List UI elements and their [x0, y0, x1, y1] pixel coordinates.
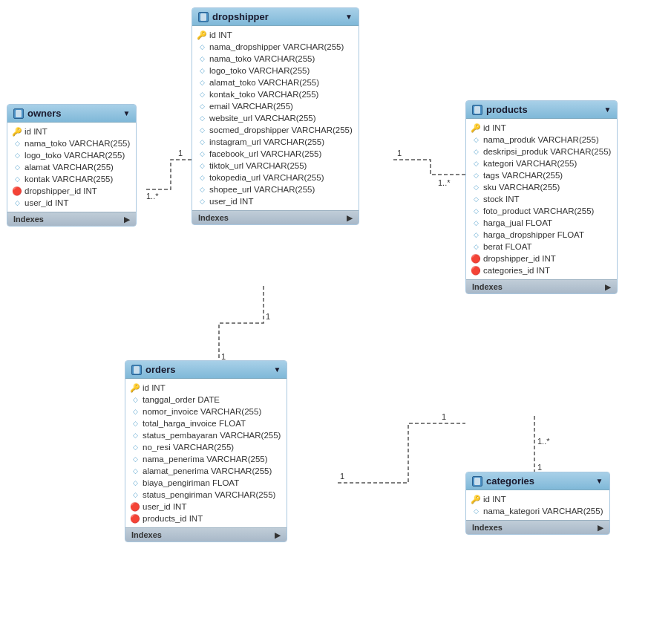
- field-icon: ◇: [13, 140, 21, 147]
- field-name: harga_dropshipper FLOAT: [483, 230, 584, 239]
- table-row: ◇stock INT: [466, 193, 617, 205]
- field-name: nama_produk VARCHAR(255): [483, 135, 599, 144]
- field-name: dropshipper_id INT: [483, 254, 556, 263]
- field-icon: ◇: [472, 160, 480, 167]
- fk-icon: 🔴: [472, 267, 480, 274]
- field-name: harga_jual FLOAT: [483, 218, 552, 227]
- footer-arrow-icon[interactable]: ▶: [605, 283, 611, 291]
- field-name: nama_toko VARCHAR(255): [209, 54, 315, 63]
- field-name: kontak_toko VARCHAR(255): [209, 90, 318, 99]
- table-header-products[interactable]: products ▼: [466, 101, 617, 119]
- table-row: ◇logo_toko VARCHAR(255): [192, 65, 359, 77]
- field-name: alamat_penerima VARCHAR(255): [143, 466, 272, 475]
- field-name: kontak VARCHAR(255): [24, 175, 113, 183]
- field-name: alamat VARCHAR(255): [24, 163, 114, 172]
- chevron-down-icon[interactable]: ▼: [345, 13, 353, 21]
- field-name: socmed_dropshipper VARCHAR(255): [209, 126, 353, 134]
- table-header-orders[interactable]: orders ▼: [125, 361, 287, 379]
- field-name: logo_toko VARCHAR(255): [209, 66, 310, 75]
- table-row: ◇user_id INT: [192, 195, 359, 207]
- table-db-icon: [13, 108, 24, 119]
- table-row: ◇logo_toko VARCHAR(255): [7, 149, 136, 161]
- field-name: id INT: [143, 383, 166, 392]
- field-icon: ◇: [131, 408, 139, 415]
- footer-arrow-icon[interactable]: ▶: [598, 524, 603, 532]
- table-row: ◇alamat VARCHAR(255): [7, 161, 136, 173]
- field-icon: ◇: [198, 126, 206, 134]
- table-row: ◇user_id INT: [7, 197, 136, 209]
- pk-icon: 🔑: [131, 384, 139, 391]
- field-icon: ◇: [131, 432, 139, 439]
- footer-arrow-icon[interactable]: ▶: [124, 215, 130, 224]
- field-icon: ◇: [131, 491, 139, 498]
- field-name: tags VARCHAR(255): [483, 171, 563, 180]
- field-name: dropshipper_id INT: [24, 186, 97, 195]
- table-row: ◇alamat_toko VARCHAR(255): [192, 77, 359, 88]
- field-name: tokopedia_url VARCHAR(255): [209, 173, 324, 182]
- chevron-down-icon[interactable]: ▼: [274, 365, 281, 374]
- table-name-categories: categories: [486, 475, 534, 487]
- table-footer-dropshipper[interactable]: Indexes ▶: [192, 210, 359, 224]
- table-row: ◇email VARCHAR(255): [192, 100, 359, 112]
- table-footer-owners[interactable]: Indexes ▶: [7, 212, 136, 226]
- field-name: id INT: [24, 127, 48, 136]
- field-icon: ◇: [472, 195, 480, 203]
- field-name: nama_kategori VARCHAR(255): [483, 507, 603, 515]
- table-row: 🔑id INT: [7, 126, 136, 137]
- table-row: 🔴dropshipper_id INT: [466, 253, 617, 264]
- table-header-owners[interactable]: owners ▼: [7, 105, 136, 123]
- field-icon: ◇: [13, 152, 21, 159]
- table-row: ◇alamat_penerima VARCHAR(255): [125, 465, 287, 477]
- chevron-down-icon[interactable]: ▼: [596, 477, 603, 485]
- table-title-products: products: [472, 104, 528, 115]
- table-row: ◇instagram_url VARCHAR(255): [192, 136, 359, 148]
- field-name: id INT: [483, 123, 506, 132]
- footer-arrow-icon[interactable]: ▶: [275, 531, 281, 539]
- field-icon: ◇: [472, 172, 480, 179]
- table-name-products: products: [486, 104, 528, 115]
- table-row: ◇nama_produk VARCHAR(255): [466, 134, 617, 146]
- table-db-icon: [131, 365, 142, 375]
- field-icon: ◇: [472, 231, 480, 238]
- svg-text:1: 1: [178, 149, 183, 157]
- field-name: user_id INT: [209, 197, 253, 206]
- table-footer-orders[interactable]: Indexes ▶: [125, 527, 287, 541]
- table-row: ◇tanggal_order DATE: [125, 394, 287, 406]
- svg-text:1..*: 1..*: [537, 437, 550, 446]
- field-icon: ◇: [198, 150, 206, 157]
- field-icon: ◇: [472, 219, 480, 227]
- table-footer-categories[interactable]: Indexes ▶: [466, 520, 609, 534]
- table-title-dropshipper: dropshipper: [198, 11, 269, 22]
- chevron-down-icon[interactable]: ▼: [603, 105, 611, 114]
- table-row: ◇foto_product VARCHAR(255): [466, 205, 617, 217]
- field-icon: ◇: [131, 396, 139, 403]
- field-icon: ◇: [198, 103, 206, 110]
- table-header-categories[interactable]: categories ▼: [466, 472, 609, 490]
- field-icon: ◇: [198, 79, 206, 86]
- field-icon: ◇: [198, 174, 206, 181]
- field-icon: ◇: [131, 479, 139, 487]
- chevron-down-icon[interactable]: ▼: [122, 109, 130, 117]
- fk-icon: 🔴: [131, 515, 139, 522]
- indexes-label: Indexes: [198, 213, 229, 222]
- footer-arrow-icon[interactable]: ▶: [347, 214, 353, 222]
- table-row: ◇harga_dropshipper FLOAT: [466, 229, 617, 241]
- pk-icon: 🔑: [472, 495, 480, 503]
- field-name: tiktok_url VARCHAR(255): [209, 161, 307, 170]
- field-name: biaya_pengiriman FLOAT: [143, 478, 239, 487]
- field-name: logo_toko VARCHAR(255): [24, 151, 125, 160]
- table-header-dropshipper[interactable]: dropshipper ▼: [192, 8, 359, 26]
- table-row: ◇nama_toko VARCHAR(255): [192, 53, 359, 65]
- field-name: user_id INT: [143, 502, 186, 511]
- table-orders: orders ▼ 🔑id INT◇tanggal_order DATE◇nomo…: [125, 360, 287, 542]
- table-row: ◇deskripsi_produk VARCHAR(255): [466, 146, 617, 157]
- svg-text:1..*: 1..*: [438, 178, 451, 187]
- field-icon: ◇: [13, 199, 21, 206]
- field-name: facebook_url VARCHAR(255): [209, 149, 321, 158]
- field-name: website_url VARCHAR(255): [209, 114, 316, 123]
- field-icon: ◇: [198, 198, 206, 205]
- field-icon: ◇: [472, 148, 480, 155]
- table-footer-products[interactable]: Indexes ▶: [466, 279, 617, 293]
- field-name: total_harga_invoice FLOAT: [143, 419, 246, 428]
- table-row: 🔑id INT: [192, 29, 359, 41]
